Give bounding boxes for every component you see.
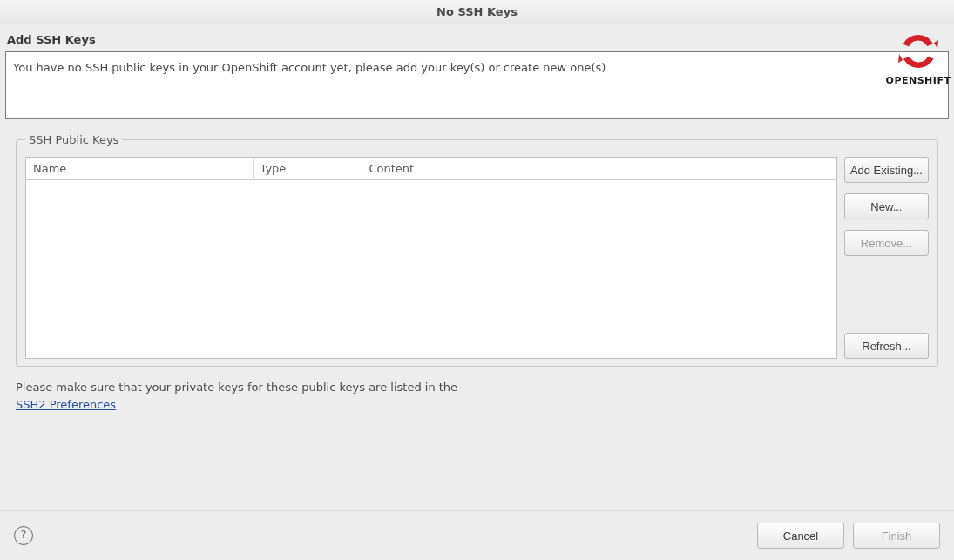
wizard-header: Add SSH Keys You have no SSH public keys… xyxy=(0,24,954,119)
column-header-type[interactable]: Type xyxy=(253,158,362,180)
openshift-logo-icon xyxy=(894,30,943,73)
private-keys-hint-text: Please make sure that your private keys … xyxy=(16,381,457,394)
ssh-public-keys-legend: SSH Public Keys xyxy=(25,133,122,146)
remove-button: Remove... xyxy=(844,230,929,256)
cancel-button[interactable]: Cancel xyxy=(757,523,844,549)
svg-marker-0 xyxy=(934,40,938,49)
content-area: SSH Public Keys Name Type Content xyxy=(0,119,954,414)
add-existing-button[interactable]: Add Existing... xyxy=(844,157,929,183)
openshift-logo: OPENSHIFT xyxy=(884,30,952,86)
side-button-bar: Add Existing... New... Remove... Refresh… xyxy=(844,157,929,359)
window-titlebar: No SSH Keys xyxy=(0,0,954,24)
ssh2-preferences-link[interactable]: SSH2 Preferences xyxy=(16,398,116,411)
ssh-keys-table[interactable]: Name Type Content xyxy=(25,157,837,359)
svg-marker-1 xyxy=(898,54,903,63)
column-header-name[interactable]: Name xyxy=(26,158,253,180)
page-title: Add SSH Keys xyxy=(7,33,949,46)
private-keys-hint: Please make sure that your private keys … xyxy=(16,379,938,414)
help-icon[interactable]: ? xyxy=(14,526,33,545)
ssh-public-keys-group: SSH Public Keys Name Type Content xyxy=(16,133,938,367)
refresh-button[interactable]: Refresh... xyxy=(844,333,929,359)
window-title: No SSH Keys xyxy=(436,5,518,18)
new-button[interactable]: New... xyxy=(844,193,929,219)
column-header-content[interactable]: Content xyxy=(362,158,836,180)
finish-button: Finish xyxy=(853,523,940,549)
page-description: You have no SSH public keys in your Open… xyxy=(5,51,949,119)
openshift-logo-label: OPENSHIFT xyxy=(884,75,952,86)
wizard-footer: ? Cancel Finish xyxy=(0,510,954,560)
